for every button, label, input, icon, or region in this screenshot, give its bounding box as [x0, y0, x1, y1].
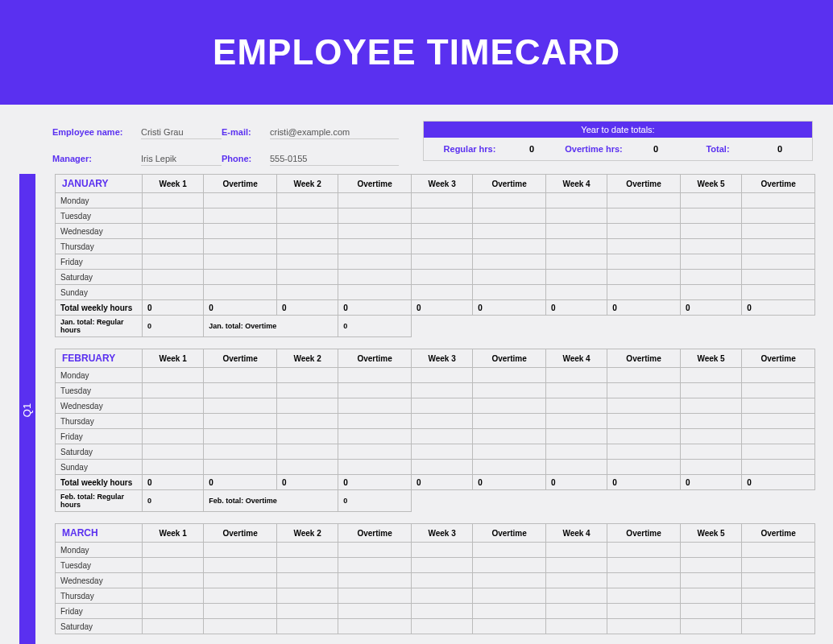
- hours-cell[interactable]: [204, 604, 277, 619]
- hours-cell[interactable]: [276, 429, 338, 444]
- hours-cell[interactable]: [276, 239, 338, 254]
- hours-cell[interactable]: [607, 270, 681, 285]
- hours-cell[interactable]: [204, 383, 277, 398]
- hours-cell[interactable]: [545, 604, 607, 619]
- hours-cell[interactable]: [545, 543, 607, 558]
- hours-cell[interactable]: [473, 429, 546, 444]
- hours-cell[interactable]: [607, 543, 681, 558]
- hours-cell[interactable]: [204, 368, 277, 383]
- hours-cell[interactable]: [276, 368, 338, 383]
- hours-cell[interactable]: [680, 239, 741, 254]
- hours-cell[interactable]: [607, 193, 681, 208]
- hours-cell[interactable]: [607, 368, 681, 383]
- hours-cell[interactable]: [680, 444, 741, 460]
- hours-cell[interactable]: [276, 398, 338, 414]
- hours-cell[interactable]: [204, 619, 277, 634]
- hours-cell[interactable]: [411, 619, 472, 634]
- hours-cell[interactable]: [204, 208, 277, 224]
- hours-cell[interactable]: [338, 193, 412, 208]
- hours-cell[interactable]: [204, 270, 277, 285]
- hours-cell[interactable]: [338, 383, 412, 398]
- hours-cell[interactable]: [545, 270, 607, 285]
- hours-cell[interactable]: [680, 429, 741, 444]
- hours-cell[interactable]: [473, 239, 546, 254]
- hours-cell[interactable]: [742, 285, 815, 300]
- hours-cell[interactable]: [473, 573, 546, 588]
- hours-cell[interactable]: [411, 285, 472, 300]
- hours-cell[interactable]: [276, 558, 338, 573]
- hours-cell[interactable]: [411, 414, 472, 429]
- hours-cell[interactable]: [204, 398, 277, 414]
- hours-cell[interactable]: [276, 414, 338, 429]
- hours-cell[interactable]: [742, 239, 815, 254]
- hours-cell[interactable]: [276, 619, 338, 634]
- hours-cell[interactable]: [276, 270, 338, 285]
- hours-cell[interactable]: [411, 460, 472, 475]
- hours-cell[interactable]: [545, 398, 607, 414]
- hours-cell[interactable]: [680, 573, 741, 588]
- hours-cell[interactable]: [680, 254, 741, 270]
- hours-cell[interactable]: [143, 604, 204, 619]
- hours-cell[interactable]: [143, 254, 204, 270]
- hours-cell[interactable]: [680, 270, 741, 285]
- hours-cell[interactable]: [742, 619, 815, 634]
- hours-cell[interactable]: [143, 270, 204, 285]
- hours-cell[interactable]: [411, 270, 472, 285]
- hours-cell[interactable]: [545, 619, 607, 634]
- hours-cell[interactable]: [276, 254, 338, 270]
- hours-cell[interactable]: [607, 573, 681, 588]
- hours-cell[interactable]: [204, 588, 277, 604]
- hours-cell[interactable]: [204, 414, 277, 429]
- hours-cell[interactable]: [143, 239, 204, 254]
- hours-cell[interactable]: [338, 285, 412, 300]
- hours-cell[interactable]: [143, 224, 204, 239]
- hours-cell[interactable]: [473, 368, 546, 383]
- hours-cell[interactable]: [143, 588, 204, 604]
- hours-cell[interactable]: [473, 460, 546, 475]
- hours-cell[interactable]: [607, 444, 681, 460]
- hours-cell[interactable]: [473, 444, 546, 460]
- hours-cell[interactable]: [143, 460, 204, 475]
- hours-cell[interactable]: [411, 383, 472, 398]
- hours-cell[interactable]: [143, 573, 204, 588]
- hours-cell[interactable]: [276, 285, 338, 300]
- hours-cell[interactable]: [276, 588, 338, 604]
- hours-cell[interactable]: [204, 429, 277, 444]
- employee-name-field[interactable]: Cristi Grau: [141, 127, 222, 139]
- hours-cell[interactable]: [143, 208, 204, 224]
- hours-cell[interactable]: [143, 414, 204, 429]
- hours-cell[interactable]: [742, 444, 815, 460]
- hours-cell[interactable]: [545, 460, 607, 475]
- hours-cell[interactable]: [607, 383, 681, 398]
- hours-cell[interactable]: [607, 604, 681, 619]
- hours-cell[interactable]: [607, 619, 681, 634]
- hours-cell[interactable]: [545, 193, 607, 208]
- hours-cell[interactable]: [473, 383, 546, 398]
- hours-cell[interactable]: [338, 573, 412, 588]
- hours-cell[interactable]: [338, 239, 412, 254]
- manager-field[interactable]: Iris Lepik: [141, 154, 222, 166]
- hours-cell[interactable]: [143, 398, 204, 414]
- hours-cell[interactable]: [742, 460, 815, 475]
- hours-cell[interactable]: [411, 224, 472, 239]
- hours-cell[interactable]: [607, 429, 681, 444]
- hours-cell[interactable]: [204, 239, 277, 254]
- hours-cell[interactable]: [473, 254, 546, 270]
- hours-cell[interactable]: [411, 604, 472, 619]
- hours-cell[interactable]: [473, 558, 546, 573]
- hours-cell[interactable]: [742, 208, 815, 224]
- hours-cell[interactable]: [607, 254, 681, 270]
- hours-cell[interactable]: [680, 604, 741, 619]
- hours-cell[interactable]: [742, 604, 815, 619]
- hours-cell[interactable]: [473, 604, 546, 619]
- hours-cell[interactable]: [742, 254, 815, 270]
- hours-cell[interactable]: [411, 398, 472, 414]
- hours-cell[interactable]: [411, 193, 472, 208]
- hours-cell[interactable]: [545, 368, 607, 383]
- hours-cell[interactable]: [607, 460, 681, 475]
- hours-cell[interactable]: [204, 543, 277, 558]
- hours-cell[interactable]: [742, 368, 815, 383]
- hours-cell[interactable]: [143, 619, 204, 634]
- hours-cell[interactable]: [680, 224, 741, 239]
- hours-cell[interactable]: [276, 444, 338, 460]
